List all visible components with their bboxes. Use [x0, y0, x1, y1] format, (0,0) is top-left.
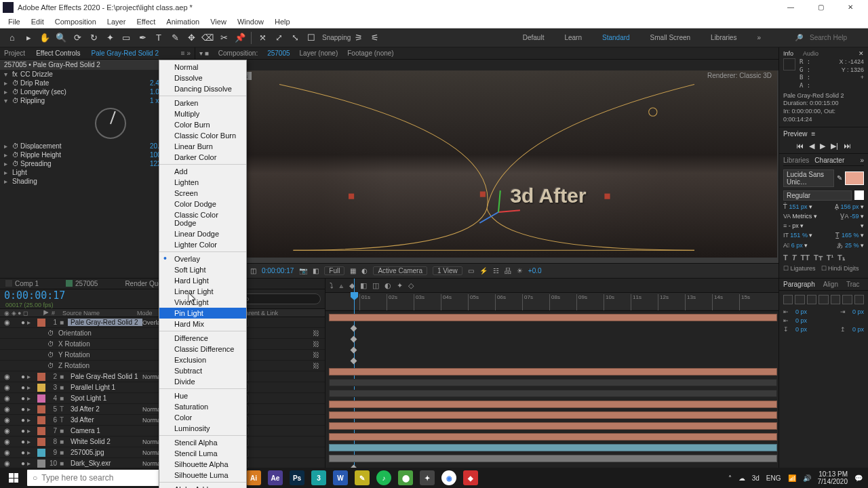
eraser-tool-icon[interactable]: ⌫	[201, 31, 214, 45]
text-tool-icon[interactable]: T	[152, 31, 165, 45]
brainstorm-icon[interactable]: ✦	[397, 281, 403, 290]
hindi-digits-checkbox[interactable]: ☐ Hindi Digits	[821, 265, 859, 272]
camera-dropdown[interactable]: Active Camera	[373, 266, 427, 275]
tab-project[interactable]: Project	[4, 49, 25, 57]
snap-opts-icon[interactable]: ⚞	[352, 31, 366, 45]
tray-wifi-icon[interactable]: 📶	[788, 474, 796, 482]
exposure-reset-icon[interactable]: ☀	[517, 267, 523, 274]
ligatures-checkbox[interactable]: ☐ Ligatures	[783, 265, 816, 272]
font-dropdown[interactable]: Lucida Sans Unic…	[783, 169, 834, 187]
roto-tool-icon[interactable]: ✂	[217, 31, 231, 45]
bold-button[interactable]: T	[783, 253, 788, 262]
app-photoshop[interactable]: Ps	[287, 468, 307, 488]
vscale[interactable]: 151 %	[790, 232, 808, 239]
blend-item-alpha-add[interactable]: Alpha Add	[159, 484, 246, 488]
blend-item-classic-color-burn[interactable]: Classic Color Burn	[159, 130, 246, 141]
col-parent[interactable]: Parent & Link	[241, 310, 278, 317]
hand-tool-icon[interactable]: ✋	[38, 31, 52, 45]
angle-dial[interactable]	[95, 108, 126, 139]
italic-button[interactable]: T	[792, 253, 797, 262]
blend-item-dancing-dissolve[interactable]: Dancing Dissolve	[159, 83, 246, 94]
local-axis-icon[interactable]: ⤧	[256, 31, 269, 45]
menu-view[interactable]: View	[205, 18, 232, 26]
blend-item-overlay[interactable]: Overlay	[159, 253, 246, 264]
blend-item-darken[interactable]: Darken	[159, 98, 246, 108]
hscale[interactable]: 165 %	[842, 232, 859, 239]
app-spotify[interactable]: ♪	[374, 468, 394, 488]
mask-icon[interactable]: ◐	[361, 267, 368, 274]
blend-item-color-dodge[interactable]: Color Dodge	[159, 199, 246, 209]
blend-item-divide[interactable]: Divide	[159, 376, 246, 387]
timeline-icon[interactable]: ☷	[493, 267, 499, 274]
menu-effect[interactable]: Effect	[131, 18, 161, 26]
menu-animation[interactable]: Animation	[161, 18, 205, 26]
blend-item-silhouette-alpha[interactable]: Silhouette Alpha	[159, 459, 246, 470]
search-help-input[interactable]	[810, 34, 864, 41]
ws-libraries[interactable]: Libraries	[707, 33, 741, 43]
leading[interactable]: 156 px	[840, 203, 859, 210]
current-time[interactable]: 0:00:00:17	[4, 289, 65, 302]
menu-edit[interactable]: Edit	[26, 18, 50, 26]
indent-left[interactable]: 0 px	[795, 308, 807, 315]
blend-item-darker-color[interactable]: Darker Color	[159, 152, 246, 163]
blend-item-linear-light[interactable]: Linear Light	[159, 286, 246, 297]
stroke-over-fill[interactable]: ▾	[861, 222, 864, 229]
subscript-button[interactable]: T₁	[837, 253, 845, 262]
tray-up-icon[interactable]: ˄	[728, 474, 732, 482]
align-center-button[interactable]	[795, 295, 804, 304]
tab-tracker[interactable]: Trac	[846, 281, 860, 288]
world-axis-icon[interactable]: ⤢	[272, 31, 285, 45]
zoom-tool-icon[interactable]: 🔍	[54, 31, 68, 45]
blend-item-pin-light[interactable]: Pin Light	[159, 308, 246, 319]
tab-audio[interactable]: Audio	[803, 50, 818, 57]
space-before[interactable]: 0 px	[795, 326, 807, 333]
ws-standard[interactable]: Standard	[598, 33, 634, 43]
orbit-tool-icon[interactable]: ⟳	[71, 31, 84, 45]
layer-icon[interactable]: ◫	[250, 267, 256, 274]
taskbar-search[interactable]: ○ Type here to search	[27, 470, 176, 486]
kerning[interactable]: Metrics	[792, 213, 812, 220]
start-button[interactable]	[1, 468, 26, 488]
close-button[interactable]: ✕	[835, 0, 865, 15]
snapping-checkbox[interactable]: ☐	[304, 31, 318, 45]
frame-blend2-icon[interactable]: ◫	[372, 281, 379, 290]
tray-notifications-icon[interactable]: 💬	[854, 474, 863, 482]
stroke-width[interactable]: - px	[789, 222, 799, 229]
tab-align[interactable]: Align	[823, 281, 838, 288]
baseline[interactable]: 6 px	[791, 242, 803, 249]
prop-drip-rate[interactable]: Drip Rate	[20, 79, 150, 87]
clone-tool-icon[interactable]: ✥	[184, 31, 198, 45]
font-size[interactable]: 151 px	[789, 203, 808, 210]
prop-longevity[interactable]: Longevity (sec)	[20, 88, 150, 96]
first-frame-icon[interactable]: ⏮	[796, 142, 804, 150]
comp-dropdown-icon[interactable]: ▾ ■	[199, 49, 209, 57]
app-chrome[interactable]: ◉	[439, 468, 459, 488]
prop-ripple-height[interactable]: Ripple Height	[20, 151, 150, 159]
shy-icon[interactable]: ⤵	[330, 281, 334, 290]
blend-item-stencil-luma[interactable]: Stencil Luma	[159, 448, 246, 459]
blend-item-luminosity[interactable]: Luminosity	[159, 423, 246, 434]
timeline-search-input[interactable]	[239, 293, 321, 304]
home-icon[interactable]: ⌂	[5, 31, 19, 45]
puppet-tool-icon[interactable]: 📌	[233, 31, 247, 45]
next-frame-icon[interactable]: ▶|	[831, 142, 838, 150]
blend-item-lighter-color[interactable]: Lighter Color	[159, 239, 246, 250]
indent-right[interactable]: 0 px	[795, 317, 807, 324]
blend-item-vivid-light[interactable]: Vivid Light	[159, 297, 246, 308]
tab-effect-controls[interactable]: Effect Controls	[36, 49, 80, 57]
blend-item-normal[interactable]: Normal	[159, 62, 246, 73]
blend-item-hard-mix[interactable]: Hard Mix	[159, 319, 246, 329]
comp-breadcrumb[interactable]: 257005	[195, 60, 778, 70]
blend-item-classic-color-dodge[interactable]: Classic Color Dodge	[159, 209, 246, 228]
graph-editor-icon[interactable]: ⟁	[339, 281, 344, 290]
effect-target-layer[interactable]: Pale Gray-Red Solid 2	[92, 49, 159, 57]
play-icon[interactable]: ▶	[820, 142, 825, 150]
brush-tool-icon[interactable]: ✎	[168, 31, 182, 45]
disclosure-icon[interactable]: ▾	[4, 70, 12, 78]
allcaps-button[interactable]: TT	[800, 253, 809, 262]
eyedropper-icon[interactable]: ✎	[837, 174, 842, 182]
superscript-button[interactable]: T¹	[827, 253, 833, 262]
panel-menu-icon[interactable]: ≡ »	[181, 49, 191, 57]
blend-item-stencil-alpha[interactable]: Stencil Alpha	[159, 437, 246, 448]
justify-right-button[interactable]	[842, 295, 852, 304]
